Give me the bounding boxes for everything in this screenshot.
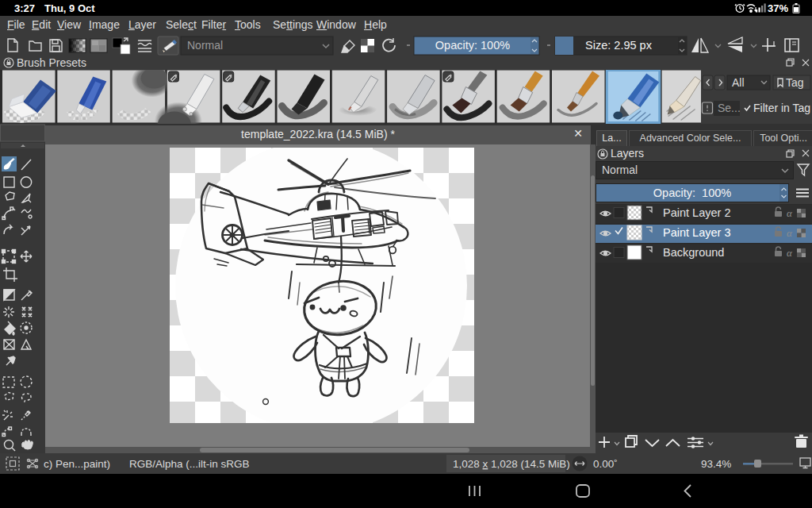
svg-text:Se...: Se... (718, 102, 741, 114)
svg-text:0.00˚: 0.00˚ (593, 458, 618, 470)
svg-text:Filter in Tag: Filter in Tag (753, 102, 810, 114)
svg-text:Tag: Tag (786, 76, 804, 89)
svg-text:Background: Background (663, 246, 724, 259)
svg-text:1,028 x 1,028 (14.5 MiB): 1,028 x 1,028 (14.5 MiB) (453, 458, 570, 470)
svg-text:RGB/Alpha (...ilt-in sRGB: RGB/Alpha (...ilt-in sRGB (129, 458, 250, 470)
svg-text:c) Pen...paint): c) Pen...paint) (44, 458, 110, 470)
svg-text:Size: 2.95 px: Size: 2.95 px (585, 39, 653, 52)
svg-text:Normal: Normal (187, 39, 223, 52)
svg-text:93.4%: 93.4% (701, 458, 731, 470)
svg-text:Paint Layer 3: Paint Layer 3 (663, 226, 730, 239)
svg-text:Opacity: 100%: Opacity: 100% (435, 39, 510, 52)
svg-text:All: All (732, 76, 745, 89)
svg-text:Paint Layer 2: Paint Layer 2 (663, 206, 730, 219)
